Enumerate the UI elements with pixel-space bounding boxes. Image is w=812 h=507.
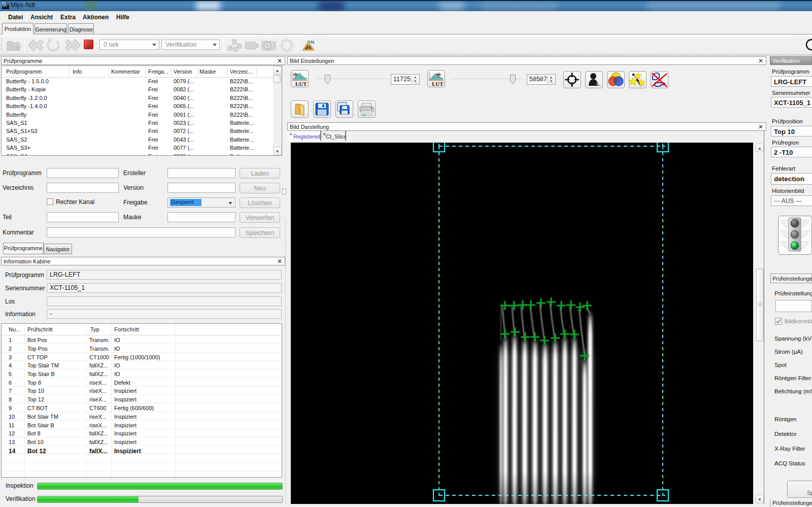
svg-text:LUT: LUT	[432, 81, 444, 87]
svg-text:ON: ON	[307, 39, 314, 45]
svg-text:LUT: LUT	[295, 81, 307, 87]
